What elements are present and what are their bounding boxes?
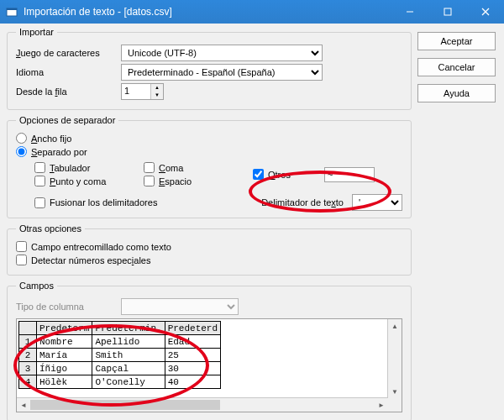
others-label: Otros	[268, 170, 291, 180]
app-icon	[5, 5, 18, 18]
separated-by-label: Separado por	[31, 147, 87, 157]
fixed-width-radio[interactable]	[16, 133, 27, 144]
other-options-legend: Otras opciones	[16, 223, 85, 234]
other-options-group: Otras opciones Campo entrecomillado como…	[7, 223, 412, 276]
scroll-thumb[interactable]	[30, 400, 220, 410]
coltype-label: Tipo de columna	[16, 302, 121, 312]
table-row: 2MaríaSmith25	[19, 349, 221, 362]
fixed-width-label: Ancho fijo	[31, 134, 71, 144]
scroll-left-icon[interactable]: ◄	[17, 398, 30, 412]
merge-delim-checkbox[interactable]	[34, 197, 45, 208]
col-header[interactable]: Predetermin.	[92, 322, 165, 335]
fields-group: Campos Tipo de columna Predeterm Predete…	[7, 281, 412, 420]
table-row: 4HölèkO'Conelly40	[19, 375, 221, 389]
merge-delim-label: Fusionar los delimitadores	[50, 197, 157, 207]
scrollbar-corner	[388, 398, 402, 412]
col-header[interactable]: Predeterm	[37, 322, 92, 335]
semicolon-checkbox[interactable]	[34, 176, 45, 186]
tab-label: Tabulador	[50, 163, 90, 173]
charset-select[interactable]: Unicode (UTF-8)	[121, 45, 323, 61]
preview-table[interactable]: Predeterm Predetermin. Predeterd 1Nombre…	[18, 321, 221, 389]
preview-pane: Predeterm Predetermin. Predeterd 1Nombre…	[16, 318, 402, 412]
scroll-right-icon[interactable]: ►	[375, 398, 388, 412]
fromrow-input[interactable]	[122, 84, 150, 97]
others-checkbox[interactable]	[253, 169, 264, 180]
scroll-up-icon[interactable]: ▲	[388, 319, 402, 333]
language-label: Idioma	[16, 67, 121, 77]
window-title: Importación de texto - [datos.csv]	[24, 6, 391, 18]
others-input[interactable]	[324, 167, 375, 182]
row-header-blank	[19, 322, 37, 335]
help-button[interactable]: Ayuda	[417, 84, 496, 102]
detect-numbers-checkbox[interactable]	[16, 255, 27, 265]
space-label: Espacio	[159, 176, 192, 186]
table-row: 3ÍñigoCapçal30	[19, 362, 221, 375]
tab-checkbox[interactable]	[34, 162, 45, 173]
spin-down-icon[interactable]: ▼	[151, 92, 163, 99]
text-delim-select[interactable]: '	[352, 194, 402, 211]
dialog-buttons: Aceptar Cancelar Ayuda	[417, 32, 497, 110]
svg-rect-1	[7, 8, 17, 10]
comma-label: Coma	[159, 163, 183, 173]
col-header[interactable]: Predeterd	[165, 322, 220, 335]
vertical-scrollbar[interactable]: ▲▼	[387, 319, 402, 398]
minimize-button[interactable]	[391, 0, 428, 24]
separated-by-radio[interactable]	[16, 146, 27, 157]
detect-numbers-label: Detectar números especiales	[31, 255, 150, 265]
charset-label: Juego de caracteres	[16, 48, 121, 58]
cancel-button[interactable]: Cancelar	[417, 58, 496, 76]
svg-rect-3	[444, 8, 451, 15]
space-checkbox[interactable]	[144, 176, 155, 186]
import-legend: Importar	[16, 27, 57, 37]
close-button[interactable]	[466, 0, 504, 24]
import-group: Importar Juego de caracteres Unicode (UT…	[7, 27, 412, 110]
coltype-select	[121, 298, 239, 315]
maximize-button[interactable]	[428, 0, 466, 24]
title-bar: Importación de texto - [datos.csv]	[0, 0, 504, 24]
fromrow-spinner[interactable]: ▲▼	[121, 83, 164, 100]
separator-legend: Opciones de separador	[16, 115, 118, 125]
fromrow-label: Desde la fila	[16, 87, 121, 97]
quoted-text-checkbox[interactable]	[16, 241, 27, 252]
horizontal-scrollbar[interactable]: ◄►	[17, 397, 388, 412]
separator-group: Opciones de separador Ancho fijo Separad…	[7, 115, 412, 218]
language-select[interactable]: Predeterminado - Español (España)	[121, 64, 323, 81]
accept-button[interactable]: Aceptar	[417, 32, 496, 50]
fields-legend: Campos	[16, 281, 57, 291]
spin-up-icon[interactable]: ▲	[151, 84, 163, 92]
scroll-down-icon[interactable]: ▼	[388, 385, 402, 398]
quoted-text-label: Campo entrecomillado como texto	[31, 242, 171, 252]
comma-checkbox[interactable]	[144, 162, 155, 173]
text-delim-label: Delimitador de texto	[261, 197, 344, 207]
table-row: 1NombreApellidoEdad	[19, 335, 221, 349]
semicolon-label: Punto y coma	[50, 176, 106, 186]
